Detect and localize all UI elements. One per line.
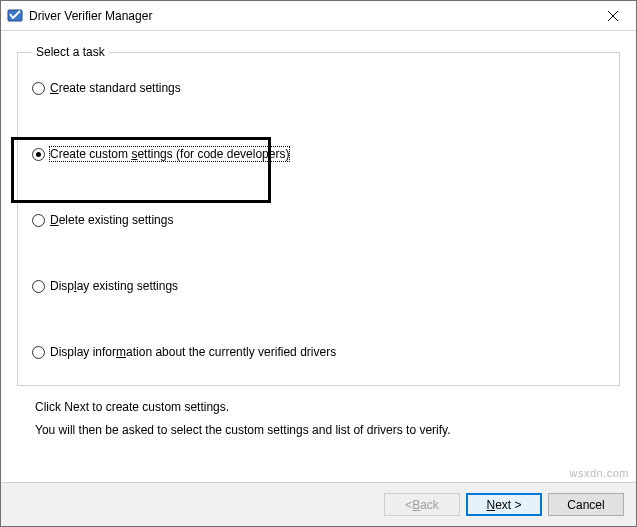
radio-label: Display existing settings xyxy=(50,279,178,293)
watermark: wsxdn.com xyxy=(569,467,629,479)
radio-delete-existing[interactable]: Delete existing settings xyxy=(32,213,605,227)
close-button[interactable] xyxy=(590,1,636,30)
close-icon xyxy=(608,11,618,21)
radio-label: Display information about the currently … xyxy=(50,345,336,359)
window-frame: Driver Verifier Manager Select a task Cr… xyxy=(0,0,637,527)
radio-icon xyxy=(32,346,45,359)
radio-create-standard[interactable]: Create standard settings xyxy=(32,81,605,95)
window-title: Driver Verifier Manager xyxy=(29,9,590,23)
instruction-line: Click Next to create custom settings. xyxy=(35,396,602,419)
radio-label: Create custom settings (for code develop… xyxy=(50,147,289,161)
radio-display-info[interactable]: Display information about the currently … xyxy=(32,345,605,359)
instruction-line: You will then be asked to select the cus… xyxy=(35,419,602,442)
radio-label: Create standard settings xyxy=(50,81,181,95)
next-button[interactable]: Next > xyxy=(466,493,542,516)
app-icon xyxy=(7,8,23,24)
instructions: Click Next to create custom settings. Yo… xyxy=(17,386,620,446)
cancel-button[interactable]: Cancel xyxy=(548,493,624,516)
radio-display-existing[interactable]: Display existing settings xyxy=(32,279,605,293)
titlebar: Driver Verifier Manager xyxy=(1,1,636,31)
radio-icon xyxy=(32,280,45,293)
task-group: Select a task Create standard settings C… xyxy=(17,45,620,386)
back-button: < Back xyxy=(384,493,460,516)
radio-label: Delete existing settings xyxy=(50,213,173,227)
radio-icon xyxy=(32,148,45,161)
radio-icon xyxy=(32,82,45,95)
radio-icon xyxy=(32,214,45,227)
radio-create-custom[interactable]: Create custom settings (for code develop… xyxy=(32,147,605,161)
content-area: Select a task Create standard settings C… xyxy=(1,31,636,482)
group-legend: Select a task xyxy=(32,45,109,59)
button-bar: < Back Next > Cancel xyxy=(1,482,636,526)
